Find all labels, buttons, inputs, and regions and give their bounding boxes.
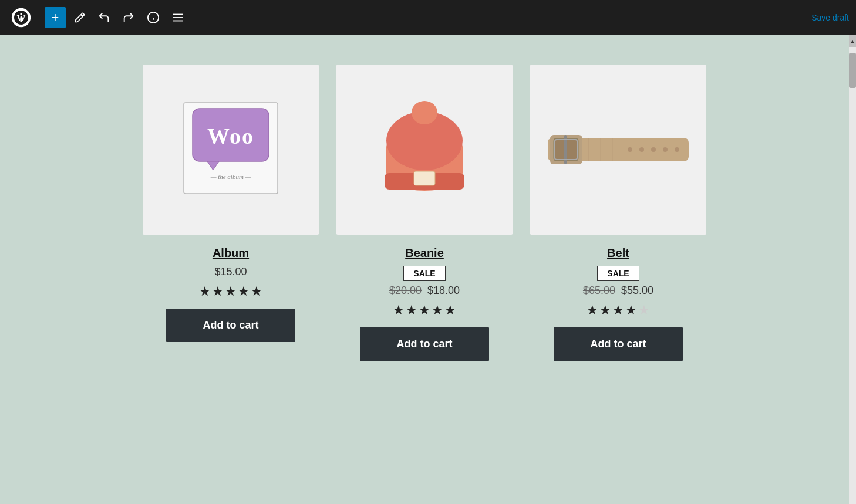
add-to-cart-button-album[interactable]: Add to cart — [166, 309, 295, 342]
add-block-button[interactable]: + — [45, 7, 66, 28]
product-grid: Woo — the album — Album $15.00 ★ ★ ★ ★ ★… — [0, 35, 849, 390]
svg-point-27 — [628, 147, 632, 152]
star-2: ★ — [212, 284, 224, 299]
product-card-album: Woo — the album — Album $15.00 ★ ★ ★ ★ ★… — [143, 65, 319, 361]
add-to-cart-button-belt[interactable]: Add to cart — [554, 327, 683, 361]
toolbar-right: Save draft — [811, 12, 849, 23]
redo-button[interactable] — [119, 8, 139, 28]
wp-logo[interactable]: W — [7, 0, 35, 35]
star-1: ★ — [393, 303, 405, 318]
sale-badge-beanie: SALE — [403, 266, 445, 281]
scrollbar-thumb[interactable] — [849, 53, 856, 88]
product-image-album: Woo — the album — — [143, 65, 319, 235]
svg-point-28 — [639, 147, 644, 152]
star-5: ★ — [251, 284, 262, 299]
svg-rect-18 — [414, 171, 435, 185]
price-group-beanie: $20.00 $18.00 — [389, 285, 460, 297]
product-stars-beanie: ★ ★ ★ ★ ★ — [393, 303, 456, 318]
svg-point-30 — [663, 147, 668, 152]
price-new-belt: $55.00 — [621, 285, 653, 297]
star-1: ★ — [587, 303, 598, 318]
svg-text:— the album —: — the album — — [210, 173, 251, 180]
product-price-album: $15.00 — [214, 266, 247, 278]
scrollbar-up-arrow[interactable]: ▲ — [849, 35, 856, 47]
price-old-belt: $65.00 — [583, 285, 615, 297]
save-draft-button[interactable]: Save draft — [811, 13, 849, 22]
product-name-album: Album — [213, 246, 249, 260]
main-area: Woo — the album — Album $15.00 ★ ★ ★ ★ ★… — [0, 35, 856, 504]
menu-button[interactable] — [168, 8, 188, 28]
add-to-cart-button-beanie[interactable]: Add to cart — [360, 327, 489, 361]
product-stars-belt: ★ ★ ★ ★ ★ — [587, 303, 650, 318]
scrollbar-track[interactable] — [849, 47, 856, 504]
editor-canvas: Woo — the album — Album $15.00 ★ ★ ★ ★ ★… — [0, 35, 849, 504]
star-2: ★ — [406, 303, 417, 318]
product-name-beanie: Beanie — [405, 246, 444, 260]
price-old-beanie: $20.00 — [389, 285, 422, 297]
product-stars-album: ★ ★ ★ ★ ★ — [199, 284, 262, 299]
product-image-belt — [530, 65, 706, 235]
info-button[interactable] — [143, 8, 163, 28]
star-3: ★ — [419, 303, 430, 318]
product-image-beanie — [336, 65, 513, 235]
star-5: ★ — [444, 303, 456, 318]
product-card-beanie: Beanie SALE $20.00 $18.00 ★ ★ ★ ★ ★ Add … — [336, 65, 513, 361]
price-new-beanie: $18.00 — [427, 285, 460, 297]
price-group-belt: $65.00 $55.00 — [583, 285, 653, 297]
star-4: ★ — [432, 303, 443, 318]
undo-button[interactable] — [94, 8, 114, 28]
star-3: ★ — [612, 303, 624, 318]
star-4: ★ — [625, 303, 637, 318]
star-5: ★ — [638, 303, 650, 318]
star-3: ★ — [225, 284, 237, 299]
star-4: ★ — [238, 284, 250, 299]
toolbar: W + Save draft — [0, 0, 856, 35]
star-1: ★ — [199, 284, 211, 299]
svg-text:W: W — [17, 13, 26, 23]
edit-tool-button[interactable] — [70, 8, 89, 27]
svg-point-29 — [651, 147, 656, 152]
sale-badge-belt: SALE — [597, 266, 639, 281]
scrollbar[interactable]: ▲ — [849, 35, 856, 504]
svg-point-31 — [675, 147, 679, 152]
star-2: ★ — [599, 303, 611, 318]
product-card-belt: Belt SALE $65.00 $55.00 ★ ★ ★ ★ ★ Add to… — [530, 65, 706, 361]
product-name-belt: Belt — [607, 246, 629, 260]
svg-text:Woo: Woo — [207, 124, 254, 148]
svg-point-17 — [412, 101, 437, 124]
